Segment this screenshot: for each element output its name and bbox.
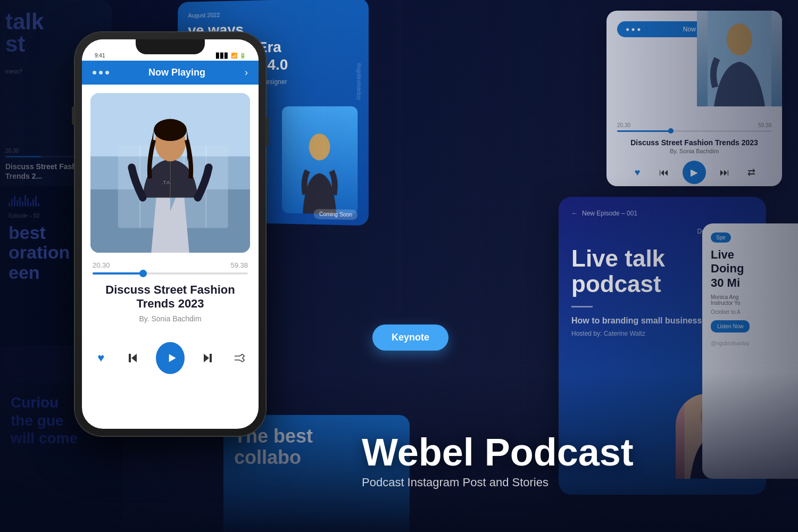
dot-2 bbox=[99, 71, 103, 74]
phone-notch bbox=[136, 39, 205, 54]
now-playing-header: Now Playing › bbox=[82, 61, 259, 85]
svg-marker-16 bbox=[131, 354, 137, 362]
svg-point-0 bbox=[309, 134, 330, 161]
status-icons: ▊▊▊ 📶 🔋 bbox=[216, 53, 246, 59]
svg-text:.T.A.: .T.A. bbox=[162, 180, 171, 185]
prev-button[interactable] bbox=[124, 348, 142, 368]
svg-marker-19 bbox=[204, 354, 209, 362]
track-info-section: 20.30 59.38 Discuss Street Fashion Trend… bbox=[82, 253, 259, 338]
svg-marker-18 bbox=[169, 354, 176, 362]
keynote-button[interactable]: Keynote bbox=[372, 325, 448, 351]
bg-shuffle-icon[interactable]: ⇄ bbox=[743, 164, 759, 180]
brand-title: Webel Podcast bbox=[362, 433, 634, 471]
header-dots bbox=[93, 71, 109, 74]
bg-play-icon[interactable]: ▶ bbox=[683, 161, 706, 184]
song-title: Discuss Street Fashion Trends 2023 bbox=[93, 283, 248, 311]
bg-heart-icon[interactable]: ♥ bbox=[629, 164, 645, 180]
time-current: 20.30 bbox=[93, 261, 110, 269]
shuffle-button[interactable] bbox=[231, 348, 248, 368]
phone: 9:41 ▊▊▊ 📶 🔋 Now Playing › bbox=[74, 32, 266, 436]
heart-button[interactable]: ♥ bbox=[93, 348, 110, 368]
progress-filled bbox=[93, 272, 147, 275]
progress-bar[interactable] bbox=[93, 272, 248, 275]
bg-farright-listen-btn[interactable]: Listen Now bbox=[711, 320, 750, 332]
bg-prev-icon[interactable]: ⏮ bbox=[656, 164, 672, 180]
dot-1 bbox=[93, 71, 96, 74]
phone-screen: 9:41 ▊▊▊ 📶 🔋 Now Playing › bbox=[82, 39, 259, 429]
bg-farright-label: Spe bbox=[711, 232, 731, 243]
svg-point-2 bbox=[727, 23, 752, 55]
svg-rect-20 bbox=[210, 354, 212, 362]
brand-tagline: Podcast Instagram Post and Stories bbox=[362, 476, 634, 489]
player-controls: ♥ bbox=[82, 338, 259, 385]
bg-topright-photo bbox=[697, 11, 782, 106]
bg-upcoming-tag: Coming Soon bbox=[314, 209, 358, 220]
bg-topright-card: ● ● ● Now Playing › 20.30 59.38 Discuss … bbox=[606, 11, 782, 186]
time-total: 59.38 bbox=[230, 261, 248, 269]
song-artist: By. Sonia Bachdim bbox=[93, 314, 248, 323]
next-button[interactable] bbox=[200, 348, 217, 368]
play-button[interactable] bbox=[156, 342, 184, 374]
bg-livepodcast-divider bbox=[571, 306, 593, 307]
svg-point-14 bbox=[154, 119, 187, 141]
time-display: 20.30 59.38 bbox=[93, 261, 248, 269]
main-heading: Webel Podcast Podcast Instagram Post and… bbox=[362, 433, 634, 489]
progress-thumb bbox=[139, 270, 147, 277]
album-art: .T.A. bbox=[90, 93, 250, 253]
chevron-right-icon[interactable]: › bbox=[245, 67, 248, 78]
bg-farright-card: Spe Live Doing 30 Mi Monica Ang Instruct… bbox=[702, 223, 798, 479]
dot-3 bbox=[105, 71, 109, 74]
svg-rect-17 bbox=[129, 354, 131, 362]
bg-next-icon[interactable]: ⏭ bbox=[717, 164, 733, 180]
bg-center-portrait bbox=[282, 106, 358, 215]
now-playing-title: Now Playing bbox=[148, 67, 205, 78]
status-time: 9:41 bbox=[95, 53, 105, 59]
keynote-section: Keynote bbox=[372, 325, 448, 351]
phone-outer: 9:41 ▊▊▊ 📶 🔋 Now Playing › bbox=[74, 32, 266, 436]
bg-hashtag: #ngobrolsantuy bbox=[356, 63, 362, 100]
